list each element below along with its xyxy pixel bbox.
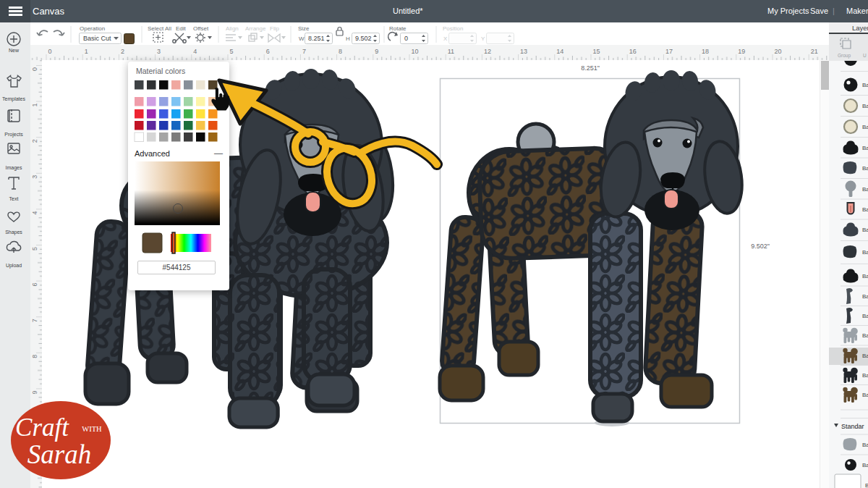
- svg-text:Group: Group: [838, 53, 851, 59]
- svg-text:13: 13: [520, 48, 527, 55]
- svg-text:H: H: [346, 35, 350, 42]
- svg-text:19: 19: [738, 48, 745, 55]
- svg-text:11: 11: [448, 48, 454, 55]
- svg-text:Ba: Ba: [862, 442, 868, 448]
- svg-text:Ba: Ba: [862, 313, 868, 319]
- svg-text:Ba: Ba: [862, 249, 868, 256]
- svg-text:9.502: 9.502: [355, 35, 372, 42]
- svg-text:15: 15: [593, 48, 600, 55]
- svg-text:1: 1: [85, 48, 88, 55]
- svg-text:Position: Position: [443, 25, 463, 32]
- svg-text:8: 8: [339, 48, 342, 55]
- svg-text:Templates: Templates: [2, 96, 25, 102]
- svg-text:5: 5: [31, 247, 38, 251]
- svg-text:Ba: Ba: [862, 372, 868, 379]
- svg-text:Ba: Ba: [862, 462, 868, 468]
- svg-text:Layers: Layers: [852, 24, 868, 32]
- svg-text:Operation: Operation: [80, 25, 105, 32]
- svg-text:14: 14: [556, 48, 563, 55]
- svg-text:3: 3: [31, 175, 38, 179]
- svg-text:21: 21: [811, 48, 818, 55]
- svg-text:WITH: WITH: [82, 425, 102, 433]
- svg-text:3: 3: [157, 48, 161, 55]
- svg-text:8.251: 8.251: [308, 35, 325, 42]
- svg-text:Ba: Ba: [862, 206, 868, 213]
- svg-text:U: U: [863, 53, 867, 58]
- svg-text:4: 4: [193, 48, 197, 55]
- svg-text:7: 7: [31, 319, 38, 322]
- svg-text:Standar: Standar: [841, 423, 864, 430]
- svg-text:Craft: Craft: [15, 413, 69, 442]
- svg-text:8.251": 8.251": [581, 64, 600, 72]
- svg-text:Ba: Ba: [862, 165, 868, 172]
- svg-text:Ba: Ba: [862, 145, 868, 151]
- svg-text:16: 16: [629, 48, 637, 55]
- svg-text:Ba: Ba: [862, 332, 868, 339]
- svg-text:Ba: Ba: [862, 124, 868, 130]
- svg-text:Ba: Ba: [862, 353, 868, 359]
- svg-text:12: 12: [484, 48, 491, 55]
- svg-text:9: 9: [31, 390, 38, 394]
- svg-text:Size: Size: [298, 25, 310, 32]
- svg-text:New: New: [9, 48, 20, 53]
- svg-text:18: 18: [702, 48, 709, 55]
- svg-text:0: 0: [404, 35, 408, 42]
- svg-text:Flip: Flip: [270, 25, 279, 32]
- svg-text:Ba: Ba: [862, 293, 868, 300]
- svg-text:Rotate: Rotate: [389, 25, 407, 32]
- svg-text:10: 10: [412, 48, 419, 55]
- svg-text:6: 6: [266, 48, 270, 55]
- svg-text:Upload: Upload: [6, 263, 22, 269]
- svg-text:Shapes: Shapes: [5, 230, 22, 235]
- svg-text:4: 4: [31, 211, 38, 214]
- svg-text:0: 0: [31, 67, 38, 71]
- svg-text:2: 2: [121, 48, 124, 55]
- svg-text:Ba: Ba: [862, 103, 868, 109]
- svg-text:Images: Images: [6, 165, 22, 171]
- svg-text:2: 2: [31, 139, 38, 143]
- svg-text:Offset: Offset: [193, 25, 209, 32]
- svg-text:0: 0: [48, 48, 52, 55]
- svg-text:7: 7: [302, 48, 306, 55]
- svg-text:Ba: Ba: [862, 82, 868, 88]
- svg-text:Select All: Select All: [148, 25, 171, 32]
- svg-text:20: 20: [775, 48, 782, 55]
- svg-text:5: 5: [230, 48, 234, 55]
- svg-text:Edit: Edit: [176, 25, 187, 32]
- svg-text:Align: Align: [226, 25, 239, 32]
- svg-text:Ba: Ba: [862, 392, 868, 398]
- svg-text:17: 17: [665, 48, 673, 55]
- svg-text:8: 8: [31, 355, 38, 358]
- svg-text:Text: Text: [9, 196, 19, 201]
- svg-text:Projects: Projects: [4, 132, 23, 138]
- svg-text:X: X: [443, 35, 448, 42]
- svg-text:6: 6: [31, 283, 38, 287]
- svg-text:1: 1: [31, 104, 38, 107]
- svg-text:Sarah: Sarah: [27, 439, 91, 469]
- svg-text:Basic Cut: Basic Cut: [83, 35, 111, 42]
- svg-text:9.502": 9.502": [751, 243, 770, 250]
- svg-text:Y: Y: [481, 35, 485, 42]
- svg-text:9: 9: [375, 48, 378, 55]
- svg-text:W: W: [299, 35, 305, 42]
- svg-text:Ba: Ba: [862, 186, 868, 193]
- svg-text:Ba: Ba: [862, 273, 868, 279]
- svg-text:B: B: [865, 482, 868, 488]
- svg-text:Arrange: Arrange: [245, 25, 266, 32]
- svg-text:Ba: Ba: [862, 227, 868, 233]
